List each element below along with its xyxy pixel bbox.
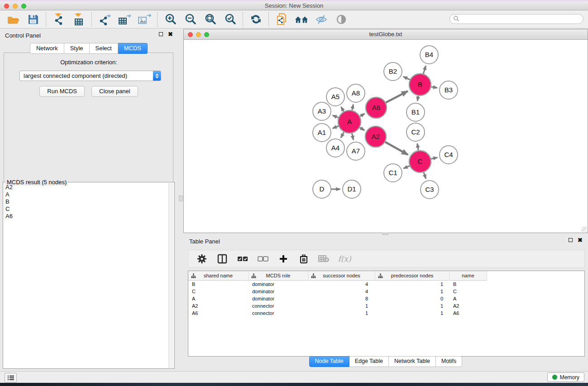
cell-shared-name[interactable]: B	[188, 281, 249, 287]
save-session-icon[interactable]	[26, 13, 40, 26]
table-row[interactable]: Bdominator41B	[188, 281, 584, 288]
cell-predecessor-nodes[interactable]: 1	[375, 310, 449, 316]
settings-gear-icon[interactable]	[196, 253, 208, 265]
node-A5[interactable]: A5	[326, 88, 344, 106]
node-C[interactable]: C	[409, 151, 431, 172]
cell-predecessor-nodes[interactable]: 1	[375, 289, 449, 294]
cell-successor-nodes[interactable]: 4	[308, 289, 375, 294]
edge-A6-B[interactable]	[386, 91, 407, 102]
close-panel-button[interactable]: Close panel	[91, 86, 138, 97]
network-close-button[interactable]	[188, 32, 193, 37]
edge-B-B1[interactable]	[417, 96, 418, 101]
cell-successor-nodes[interactable]: 1	[308, 303, 375, 309]
edge-C-C2[interactable]	[417, 143, 418, 150]
tab-network[interactable]: Network	[30, 43, 64, 54]
edge-A-A4[interactable]	[341, 132, 344, 138]
cell-MCDS-role[interactable]: connector	[249, 303, 308, 309]
export-table-icon[interactable]	[118, 13, 131, 26]
edge-A-A6[interactable]	[360, 114, 365, 116]
mcds-result-item[interactable]: A	[5, 191, 168, 198]
column-header-name[interactable]: name	[449, 271, 487, 281]
node-C3[interactable]: C3	[421, 181, 439, 199]
criterion-select[interactable]: largest connected component (directed)	[19, 71, 161, 81]
cell-successor-nodes[interactable]: 1	[308, 310, 375, 316]
table-row[interactable]: A6connector11A6	[188, 310, 584, 317]
close-panel-icon[interactable]: ✖	[168, 32, 173, 36]
cell-name[interactable]: A6	[449, 310, 487, 316]
edge-A-A3[interactable]	[333, 115, 339, 118]
tab-select[interactable]: Select	[90, 43, 118, 54]
edge-B-B4[interactable]	[423, 66, 425, 74]
cell-MCDS-role[interactable]: connector	[249, 310, 308, 316]
cell-shared-name[interactable]: A6	[188, 310, 249, 316]
add-row-icon[interactable]	[277, 253, 289, 265]
cell-shared-name[interactable]: A	[188, 296, 249, 301]
float-panel-icon[interactable]	[159, 32, 163, 36]
node-B1[interactable]: B1	[406, 103, 425, 121]
cell-shared-name[interactable]: C	[188, 289, 249, 294]
column-header-MCDS-role[interactable]: MCDS role	[249, 271, 308, 281]
edge-A-A2[interactable]	[360, 128, 365, 130]
column-header-successor-nodes[interactable]: successor nodes	[308, 271, 375, 281]
cell-predecessor-nodes[interactable]: 0	[375, 296, 449, 301]
node-A3[interactable]: A3	[313, 102, 331, 120]
edge-A-A5[interactable]	[341, 107, 344, 111]
table-row[interactable]: A2connector11A2	[188, 302, 584, 310]
cell-MCDS-role[interactable]: dominator	[249, 281, 308, 287]
close-table-panel-icon[interactable]: ✖	[578, 238, 583, 242]
split-columns-icon[interactable]	[216, 253, 228, 265]
select-all-checkboxes-icon[interactable]	[237, 253, 249, 265]
node-D[interactable]: D	[313, 180, 331, 198]
node-A1[interactable]: A1	[313, 124, 331, 142]
node-C1[interactable]: C1	[384, 164, 402, 182]
tab-mcds[interactable]: MCDS	[118, 43, 148, 54]
hide-graphics-details-icon[interactable]	[315, 13, 328, 26]
edge-C-C3[interactable]	[424, 172, 426, 179]
import-network-icon[interactable]	[52, 13, 66, 26]
cell-successor-nodes[interactable]: 4	[308, 281, 375, 287]
panel-divider-handle[interactable]	[179, 195, 183, 201]
tab-style[interactable]: Style	[64, 43, 90, 54]
cell-predecessor-nodes[interactable]: 1	[375, 303, 449, 309]
tab-motifs[interactable]: Motifs	[436, 356, 462, 367]
cell-predecessor-nodes[interactable]: 1	[375, 281, 449, 287]
cell-MCDS-role[interactable]: dominator	[249, 289, 308, 294]
mcds-result-item[interactable]: A6	[5, 213, 168, 220]
refresh-icon[interactable]	[249, 13, 263, 26]
search-field[interactable]	[449, 14, 583, 24]
window-resize-grip[interactable]	[582, 227, 587, 232]
node-A2[interactable]: A2	[365, 126, 386, 147]
memory-button[interactable]: Memory	[547, 372, 584, 382]
node-A4[interactable]: A4	[326, 139, 344, 157]
run-mcds-button[interactable]: Run MCDS	[39, 86, 85, 97]
network-from-selection-icon[interactable]	[275, 13, 288, 26]
show-graphics-details-icon[interactable]	[335, 13, 348, 26]
tab-node-table[interactable]: Node Table	[309, 356, 349, 367]
node-B3[interactable]: B3	[440, 81, 458, 99]
node-A6[interactable]: A6	[366, 97, 387, 118]
node-C4[interactable]: C4	[440, 146, 458, 164]
edge-B-B3[interactable]	[431, 87, 437, 88]
node-B2[interactable]: B2	[384, 62, 402, 81]
export-image-icon[interactable]	[138, 13, 151, 26]
edge-A-A8[interactable]	[352, 105, 354, 110]
edge-A-A1[interactable]	[333, 126, 339, 129]
delete-row-icon[interactable]	[298, 253, 310, 265]
minimize-window-button[interactable]	[13, 4, 18, 9]
node-B[interactable]: B	[409, 74, 431, 95]
zoom-window-button[interactable]	[21, 4, 26, 9]
cell-name[interactable]: B	[449, 281, 487, 287]
cell-successor-nodes[interactable]: 8	[308, 296, 375, 301]
export-network-icon[interactable]	[98, 13, 111, 26]
close-window-button[interactable]	[4, 4, 9, 9]
cell-MCDS-role[interactable]: dominator	[249, 296, 308, 301]
cell-name[interactable]: A	[449, 296, 487, 301]
result-scrollbar[interactable]	[168, 183, 174, 368]
node-C2[interactable]: C2	[406, 123, 425, 141]
zoom-in-icon[interactable]	[163, 13, 177, 26]
node-A[interactable]: A	[338, 110, 361, 133]
edge-B-B2[interactable]	[403, 76, 410, 80]
table-row[interactable]: Cdominator41C	[188, 288, 584, 295]
cell-name[interactable]: A2	[449, 303, 487, 309]
edge-C-C1[interactable]	[404, 166, 410, 169]
